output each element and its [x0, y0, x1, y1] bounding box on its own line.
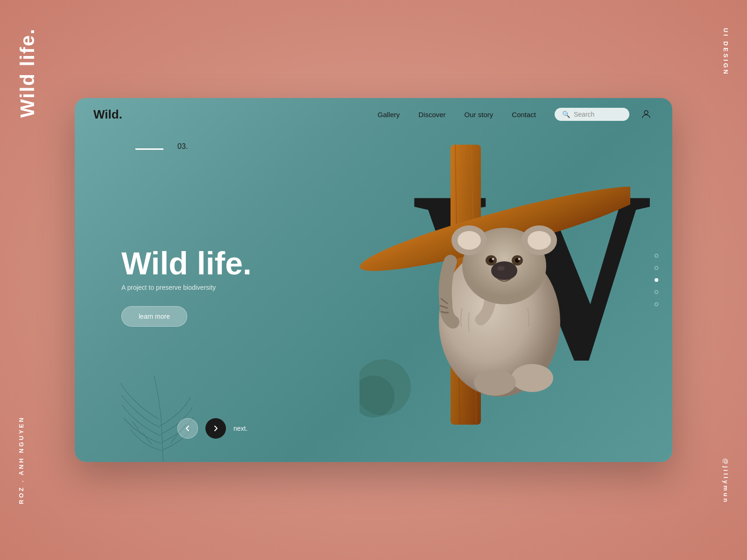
main-card: W: [75, 98, 672, 462]
hero-title: Wild life.: [121, 247, 252, 279]
svg-point-7: [458, 231, 481, 250]
nav-dot-4[interactable]: [655, 290, 658, 294]
hero-content: Wild life. A project to preserve biodive…: [121, 247, 252, 327]
svg-point-18: [511, 364, 553, 392]
svg-point-9: [528, 231, 551, 250]
nav-dot-2[interactable]: [655, 266, 658, 270]
koala-image: [359, 145, 630, 425]
next-button[interactable]: [205, 418, 226, 439]
nav-dot-1[interactable]: [655, 254, 658, 258]
nav-logo: Wild.: [93, 107, 122, 122]
svg-point-11: [497, 266, 505, 271]
nav-dot-3[interactable]: [655, 278, 658, 282]
hero-subtitle: A project to preserve biodiversity: [121, 284, 252, 291]
svg-point-14: [492, 258, 494, 260]
nav-link-contact[interactable]: Contact: [512, 111, 536, 119]
user-icon[interactable]: [639, 107, 654, 122]
nav-dots: [655, 254, 658, 306]
nav-dot-5[interactable]: [655, 302, 658, 306]
svg-point-10: [491, 261, 517, 280]
learn-more-button[interactable]: learn more: [121, 306, 187, 327]
nav-links: Gallery Discover Our story Contact: [378, 111, 536, 119]
brand-title-left: Wild life.: [18, 28, 37, 118]
author-label-left: ROZ . ANH NGUYEN: [18, 416, 25, 504]
social-label-right: @jillymun: [722, 458, 729, 504]
decorative-line: [135, 148, 163, 150]
design-label-right: UI DESIGN: [722, 28, 729, 76]
slide-number: 03.: [177, 142, 188, 151]
navbar: Wild. Gallery Discover Our story Contact…: [75, 98, 672, 131]
prev-button[interactable]: [177, 418, 198, 439]
search-input-placeholder: Search: [574, 111, 594, 118]
nav-link-discover[interactable]: Discover: [418, 111, 445, 119]
next-label: next.: [233, 425, 247, 432]
arrow-navigation: next.: [177, 418, 247, 439]
svg-point-17: [518, 258, 521, 260]
svg-point-22: [644, 111, 648, 114]
plant-decoration: [112, 348, 215, 462]
search-icon: 🔍: [562, 111, 570, 118]
nav-link-our-story[interactable]: Our story: [465, 111, 493, 119]
svg-point-19: [474, 370, 516, 396]
nav-link-gallery[interactable]: Gallery: [378, 111, 400, 119]
search-bar[interactable]: 🔍 Search: [555, 108, 629, 121]
